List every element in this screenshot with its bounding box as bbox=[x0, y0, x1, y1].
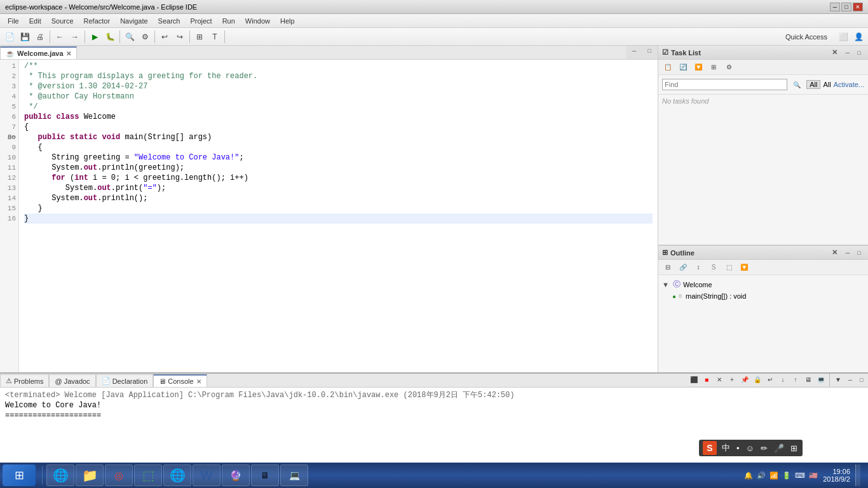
menu-project[interactable]: Project bbox=[185, 16, 217, 26]
taskbar-cmd[interactable]: 🖥 bbox=[251, 464, 279, 486]
ime-emoji[interactable]: ☺ bbox=[745, 444, 756, 453]
task-list-max[interactable]: □ bbox=[854, 48, 864, 58]
outline-method-main[interactable]: ● 8 main(String[]) : void bbox=[662, 291, 864, 301]
taskbar-eclipse[interactable]: 🔮 bbox=[222, 464, 250, 486]
prev-edit-button[interactable]: ← bbox=[53, 30, 67, 44]
menu-refactor[interactable]: Refactor bbox=[79, 16, 116, 26]
menu-window[interactable]: Window bbox=[240, 16, 275, 26]
run-button[interactable]: ▶ bbox=[88, 30, 102, 44]
ime-grid[interactable]: ⊞ bbox=[789, 444, 799, 453]
outline-close[interactable]: ✕ bbox=[832, 248, 837, 257]
activate-label[interactable]: Activate... bbox=[834, 81, 864, 88]
ime-dot[interactable]: • bbox=[735, 444, 741, 453]
new-button[interactable]: 📄 bbox=[3, 30, 17, 44]
taskbar-app4[interactable]: ⬚ bbox=[134, 464, 162, 486]
console-output[interactable]: <terminated> Welcome [Java Application] … bbox=[0, 388, 868, 474]
outline-min[interactable]: ─ bbox=[843, 248, 853, 258]
editor-min-button[interactable]: ─ bbox=[627, 46, 641, 58]
expand-icon[interactable]: ▼ bbox=[662, 281, 669, 288]
save-button[interactable]: 💾 bbox=[18, 30, 32, 44]
eclipse-icon: 🔮 bbox=[229, 470, 242, 482]
line-numbers: 1 2 3 4 5 6 7 8⊖ 9 10 11 12 13 14 15 16 bbox=[0, 60, 19, 372]
next-edit-button[interactable]: → bbox=[68, 30, 82, 44]
settings-button[interactable]: ⚙ bbox=[722, 60, 736, 74]
console-dropdown[interactable]: ▼ bbox=[832, 374, 844, 386]
menu-edit[interactable]: Edit bbox=[24, 16, 46, 26]
tab-close-button[interactable]: ✕ bbox=[66, 50, 71, 57]
ime-mic[interactable]: 🎤 bbox=[773, 444, 785, 453]
console-scroll-start[interactable]: ↑ bbox=[790, 374, 801, 386]
console-terminate[interactable]: ■ bbox=[701, 374, 712, 386]
console-scroll-end[interactable]: ↓ bbox=[777, 374, 789, 386]
find-search-button[interactable]: 🔍 bbox=[790, 78, 804, 92]
bottom-min[interactable]: ─ bbox=[845, 375, 855, 385]
search-button[interactable]: 🔍 bbox=[123, 30, 137, 44]
task-find-input[interactable] bbox=[662, 79, 787, 90]
open-perspective-button[interactable]: 👤 bbox=[851, 30, 865, 44]
open-type-button[interactable]: T bbox=[208, 30, 222, 44]
menu-help[interactable]: Help bbox=[275, 16, 300, 26]
menu-navigate[interactable]: Navigate bbox=[115, 16, 153, 26]
outline-filter[interactable]: 🔽 bbox=[737, 261, 751, 274]
menu-file[interactable]: File bbox=[3, 16, 24, 26]
minimize-button[interactable]: ─ bbox=[830, 3, 840, 11]
task-list-close[interactable]: ✕ bbox=[832, 48, 837, 57]
outline-collapse[interactable]: ⊟ bbox=[661, 261, 675, 274]
new-task-button[interactable]: 📋 bbox=[661, 60, 675, 74]
tab-javadoc[interactable]: @ Javadoc bbox=[49, 374, 95, 387]
refactor-button[interactable]: ⚙ bbox=[138, 30, 152, 44]
outline-max[interactable]: □ bbox=[854, 248, 864, 258]
tab-declaration[interactable]: 📄 Declaration bbox=[96, 374, 154, 387]
filter-all-text[interactable]: All bbox=[823, 81, 831, 88]
console-close[interactable]: ✕ bbox=[196, 378, 201, 385]
taskbar-terminal[interactable]: 💻 bbox=[280, 464, 308, 486]
console-pin[interactable]: 📌 bbox=[739, 374, 750, 386]
debug-button[interactable]: 🐛 bbox=[103, 30, 117, 44]
close-button[interactable]: ✕ bbox=[853, 3, 863, 11]
code-content[interactable]: /** * This program displays a greeting f… bbox=[19, 60, 658, 372]
refresh-button[interactable]: 🔄 bbox=[676, 60, 690, 74]
editor-tab-welcome[interactable]: ☕ Welcome.java ✕ bbox=[0, 46, 77, 59]
ime-pen[interactable]: ✏ bbox=[759, 444, 769, 453]
columns-button[interactable]: ⊞ bbox=[707, 60, 721, 74]
outline-sort[interactable]: ↕ bbox=[691, 261, 705, 274]
show-desktop-button[interactable] bbox=[855, 464, 860, 486]
undo-button[interactable]: ↩ bbox=[158, 30, 172, 44]
filter-all-label[interactable]: All bbox=[806, 80, 820, 89]
outline-link[interactable]: 🔗 bbox=[676, 261, 690, 274]
maximize-button[interactable]: □ bbox=[841, 3, 851, 11]
outline-hide-static[interactable]: S bbox=[707, 261, 721, 274]
console-type2[interactable]: 💻 bbox=[815, 374, 827, 386]
redo-button[interactable]: ↪ bbox=[173, 30, 187, 44]
code-editor[interactable]: 1 2 3 4 5 6 7 8⊖ 9 10 11 12 13 14 15 16 bbox=[0, 60, 658, 372]
ime-logo[interactable]: S bbox=[703, 441, 717, 455]
taskbar-word[interactable]: W bbox=[193, 464, 220, 486]
menu-run[interactable]: Run bbox=[217, 16, 240, 26]
menu-search[interactable]: Search bbox=[153, 16, 186, 26]
tab-problems[interactable]: ⚠ Problems bbox=[0, 374, 49, 387]
taskbar-ie[interactable]: 🌐 bbox=[46, 464, 74, 486]
task-list-min[interactable]: ─ bbox=[843, 48, 853, 58]
print-button[interactable]: 🖨 bbox=[33, 30, 47, 44]
perspective-button[interactable]: ⊞ bbox=[193, 30, 207, 44]
console-word-wrap[interactable]: ↵ bbox=[764, 374, 776, 386]
menu-source[interactable]: Source bbox=[46, 16, 79, 26]
start-button[interactable]: ⊞ bbox=[3, 464, 36, 486]
console-type[interactable]: 🖥 bbox=[803, 374, 814, 386]
console-scroll-lock[interactable]: 🔒 bbox=[752, 374, 763, 386]
ime-chinese[interactable]: 中 bbox=[721, 442, 731, 454]
outline-class-welcome[interactable]: ▼ Ⓒ Welcome bbox=[662, 278, 864, 291]
taskbar-explorer[interactable]: 📁 bbox=[76, 464, 104, 486]
filter-button[interactable]: 🔽 bbox=[691, 60, 705, 74]
outline-hide-fields[interactable]: ⬚ bbox=[722, 261, 736, 274]
maximize-panel-button[interactable]: ⬜ bbox=[836, 30, 850, 44]
console-clear[interactable]: ⬛ bbox=[688, 374, 700, 386]
console-terminate-remove[interactable]: ✕ bbox=[714, 374, 725, 386]
taskbar-ie2[interactable]: 🌐 bbox=[163, 464, 191, 486]
bottom-max[interactable]: □ bbox=[857, 375, 867, 385]
cmd-icon: 🖥 bbox=[261, 470, 269, 480]
editor-max-button[interactable]: □ bbox=[642, 46, 656, 58]
taskbar-chrome[interactable]: ◎ bbox=[105, 464, 133, 486]
console-new[interactable]: + bbox=[726, 374, 738, 386]
tab-console[interactable]: 🖥 Console ✕ bbox=[153, 374, 207, 387]
